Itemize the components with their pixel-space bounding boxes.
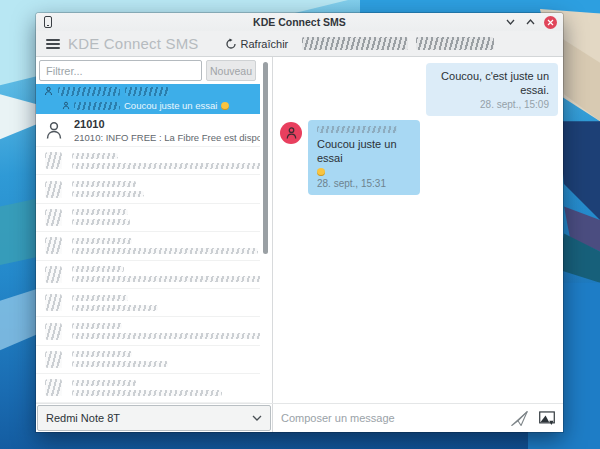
redacted-avatar bbox=[45, 237, 62, 254]
conversation-list: Coucou juste un essai 21010 21010: INFO … bbox=[36, 84, 260, 403]
conversation-row-redacted[interactable] bbox=[36, 317, 260, 345]
redacted-preview bbox=[72, 219, 130, 225]
redacted-avatar bbox=[45, 379, 62, 396]
send-icon[interactable] bbox=[510, 410, 529, 427]
conversation-preview: 21010: INFO FREE : La Fibre Free est dis… bbox=[74, 132, 260, 143]
person-icon bbox=[285, 126, 298, 140]
conversation-row-redacted[interactable] bbox=[36, 232, 260, 260]
window-title: KDE Connect SMS bbox=[36, 16, 563, 28]
device-selector-cell: Redmi Note 8T bbox=[36, 404, 272, 432]
redacted-title bbox=[72, 266, 124, 272]
redacted-title bbox=[72, 209, 128, 215]
redacted-preview bbox=[72, 390, 222, 396]
outgoing-message-bubble: Coucou, c'est juste un essai. 28. sept.,… bbox=[426, 63, 558, 116]
message-timestamp: 28. sept., 15:31 bbox=[317, 178, 411, 189]
contact-name-redacted bbox=[302, 37, 494, 50]
conversation-title: 21010 bbox=[74, 118, 260, 130]
redacted-avatar bbox=[45, 266, 62, 283]
redacted-avatar bbox=[45, 152, 62, 169]
refresh-button[interactable]: Rafraîchir bbox=[225, 38, 289, 50]
person-icon bbox=[44, 86, 53, 96]
close-button[interactable] bbox=[544, 16, 557, 29]
redacted-avatar bbox=[45, 294, 62, 311]
conversation-row-redacted[interactable] bbox=[36, 261, 260, 289]
smiley-emoji-icon bbox=[317, 168, 325, 176]
redacted-title bbox=[72, 380, 136, 386]
person-icon bbox=[44, 120, 64, 140]
smiley-emoji-icon bbox=[221, 102, 229, 110]
conversation-row-redacted[interactable] bbox=[36, 147, 260, 175]
message-text: Coucou juste un essai bbox=[317, 137, 411, 165]
titlebar[interactable]: KDE Connect SMS bbox=[36, 13, 563, 31]
redacted-preview bbox=[72, 248, 258, 254]
redacted-avatar bbox=[45, 351, 62, 368]
chevron-down-icon bbox=[252, 415, 262, 421]
redacted-title bbox=[72, 351, 132, 357]
list-scrollbar[interactable] bbox=[263, 62, 268, 254]
sender-name-redacted bbox=[317, 126, 397, 133]
person-icon bbox=[62, 101, 70, 110]
redacted-title bbox=[72, 181, 136, 187]
filter-input[interactable] bbox=[39, 60, 202, 81]
incoming-message-bubble: Coucou juste un essai 28. sept., 15:31 bbox=[308, 120, 420, 195]
message-timestamp: 28. sept., 15:09 bbox=[435, 99, 549, 110]
menu-icon[interactable] bbox=[46, 39, 60, 49]
app-title: KDE Connect SMS bbox=[68, 35, 199, 52]
redacted-preview bbox=[72, 276, 260, 282]
toolbar: KDE Connect SMS Rafraîchir bbox=[36, 31, 563, 57]
redacted-preview bbox=[72, 163, 260, 169]
new-conversation-button[interactable]: Nouveau bbox=[206, 60, 256, 81]
redacted-preview bbox=[72, 191, 144, 197]
message-composer[interactable]: Composer un message bbox=[272, 404, 563, 432]
conversation-row-redacted[interactable] bbox=[36, 346, 260, 374]
redacted-title bbox=[72, 295, 128, 301]
message-text: Coucou, c'est juste un essai. bbox=[435, 69, 549, 97]
device-selector[interactable]: Redmi Note 8T bbox=[37, 405, 271, 431]
refresh-label: Rafraîchir bbox=[241, 38, 289, 50]
conversation-row-redacted[interactable] bbox=[36, 204, 260, 232]
composer-placeholder: Composer un message bbox=[281, 412, 510, 424]
redacted-title bbox=[72, 323, 122, 329]
redacted-avatar bbox=[45, 181, 62, 198]
maximize-button[interactable] bbox=[524, 16, 537, 29]
kde-connect-sms-window: KDE Connect SMS KDE Connect SMS Rafraîch… bbox=[36, 13, 563, 432]
redacted-preview bbox=[72, 305, 158, 311]
chat-panel: Coucou, c'est juste un essai. 28. sept.,… bbox=[273, 57, 563, 403]
conversation-sidebar: Nouveau bbox=[36, 57, 272, 403]
redacted-avatar bbox=[45, 323, 62, 340]
contact-avatar bbox=[280, 122, 302, 144]
redacted-title bbox=[72, 153, 118, 159]
redacted-preview bbox=[72, 333, 260, 339]
device-name: Redmi Note 8T bbox=[46, 412, 252, 424]
conversation-row-redacted[interactable] bbox=[36, 289, 260, 317]
redacted-title bbox=[72, 238, 132, 244]
attach-image-icon[interactable] bbox=[539, 411, 555, 426]
redacted-preview bbox=[72, 361, 168, 367]
redacted-conversation-list bbox=[36, 147, 260, 403]
redacted-avatar bbox=[45, 209, 62, 226]
minimize-button[interactable] bbox=[504, 16, 517, 29]
conversation-row-21010[interactable]: 21010 21010: INFO FREE : La Fibre Free e… bbox=[36, 114, 260, 147]
conversation-row-redacted[interactable] bbox=[36, 374, 260, 402]
conversation-preview: Coucou juste un essai bbox=[124, 100, 217, 111]
conversation-row-redacted[interactable] bbox=[36, 175, 260, 203]
refresh-icon bbox=[225, 38, 237, 50]
conversation-row-selected[interactable]: Coucou juste un essai bbox=[36, 84, 260, 114]
